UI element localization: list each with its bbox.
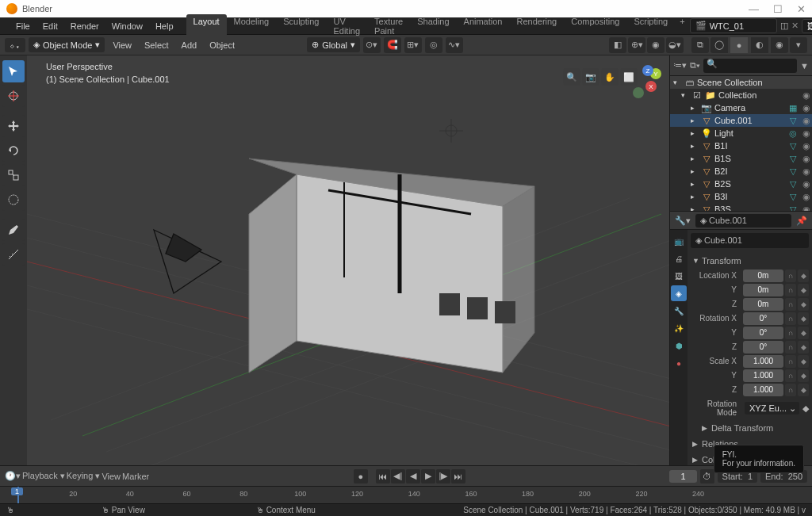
location-z[interactable]: 0m bbox=[743, 298, 783, 311]
show-overlays-toggle[interactable]: ◉ bbox=[647, 37, 665, 53]
tab-sculpting[interactable]: Sculpting bbox=[276, 14, 326, 38]
view-menu[interactable]: View bbox=[108, 38, 136, 52]
rotation-z[interactable]: 0° bbox=[743, 341, 783, 354]
close-button[interactable]: ✕ bbox=[797, 3, 806, 15]
transform-tool[interactable] bbox=[2, 189, 25, 211]
outliner-item-camera[interactable]: ▸📷Camera▦◉ bbox=[670, 101, 812, 114]
gizmo-dropdown[interactable]: ⊕▾ bbox=[628, 37, 645, 53]
tab-uv-editing[interactable]: UV Editing bbox=[326, 14, 367, 38]
shading-rendered[interactable]: ◉ bbox=[771, 37, 788, 53]
outliner-item-cube001[interactable]: ▸▽Cube.001▽◉ bbox=[670, 114, 812, 127]
tab-layout[interactable]: Layout bbox=[186, 14, 227, 38]
timeline-view-menu[interactable]: View bbox=[102, 472, 121, 481]
timeline-track[interactable]: 1 20 40 60 80 100 120 140 160 180 200 22… bbox=[0, 486, 812, 503]
scale-y[interactable]: 1.000 bbox=[743, 369, 783, 382]
outliner-filter-icon[interactable]: ▼ bbox=[800, 61, 809, 71]
tab-animation[interactable]: Animation bbox=[457, 14, 510, 38]
ptab-output[interactable]: 🖨 bbox=[671, 250, 687, 266]
scene-browse-icon[interactable]: ◫ bbox=[780, 21, 788, 31]
outliner-item-b3i[interactable]: ▸▽B3I▽◉ bbox=[670, 190, 812, 203]
workspace-add-button[interactable]: + bbox=[675, 14, 689, 38]
scale-z[interactable]: 1.000 bbox=[743, 384, 783, 396]
keying-menu[interactable]: Keying ▾ bbox=[67, 471, 101, 481]
menu-edit[interactable]: Edit bbox=[36, 19, 64, 33]
tab-rendering[interactable]: Rendering bbox=[509, 14, 564, 38]
object-name-field[interactable]: ◈ Cube.001 bbox=[691, 233, 809, 248]
jump-start-button[interactable]: ⏮ bbox=[376, 469, 390, 484]
outliner-display-mode[interactable]: ⧉▾ bbox=[690, 60, 700, 71]
maximize-button[interactable]: ☐ bbox=[773, 3, 783, 15]
lock-loc-x[interactable]: ∩ bbox=[785, 269, 796, 282]
shading-wireframe[interactable]: ◯ bbox=[710, 37, 728, 53]
snap-dropdown[interactable]: ⊞▾ bbox=[404, 37, 422, 53]
anim-loc-x[interactable]: ◆ bbox=[798, 269, 809, 282]
keyframe-next-button[interactable]: |▶ bbox=[436, 469, 450, 484]
outliner-item-b1i[interactable]: ▸▽B1I▽◉ bbox=[670, 140, 812, 152]
measure-tool[interactable] bbox=[2, 243, 25, 266]
outliner-editor-icon[interactable]: ≔▾ bbox=[673, 60, 687, 71]
rotation-x[interactable]: 0° bbox=[743, 312, 783, 325]
minimize-button[interactable]: — bbox=[749, 3, 759, 15]
properties-panel[interactable]: ◈ Cube.001 Transform Location X0m∩◆ Y0m∩… bbox=[688, 230, 812, 465]
move-tool[interactable] bbox=[2, 115, 25, 137]
location-y[interactable]: 0m bbox=[743, 284, 783, 296]
auto-keying-toggle[interactable]: ● bbox=[354, 469, 368, 484]
ptab-physics[interactable]: ⬢ bbox=[671, 338, 687, 354]
timeline-editor-icon[interactable]: 🕐▾ bbox=[5, 471, 21, 481]
outliner-scene-collection[interactable]: ▾🗃Scene Collection bbox=[670, 76, 812, 89]
properties-crumb[interactable]: ◈ Cube.001 bbox=[695, 214, 791, 227]
tab-shading[interactable]: Shading bbox=[410, 14, 456, 38]
outliner-item-b3s[interactable]: ▸▽B3S▽◉ bbox=[670, 203, 812, 211]
ptab-render[interactable]: 📺 bbox=[671, 233, 687, 249]
object-menu[interactable]: Object bbox=[205, 38, 239, 52]
outliner-item-b1s[interactable]: ▸▽B1S▽◉ bbox=[670, 152, 812, 165]
scene-close-icon[interactable]: ✕ bbox=[791, 21, 799, 31]
rotate-tool[interactable] bbox=[2, 140, 25, 162]
annotate-tool[interactable] bbox=[2, 219, 25, 241]
properties-editor-icon[interactable]: 🔧▾ bbox=[675, 216, 691, 226]
3d-viewport[interactable]: User Perspective (1) Scene Collection | … bbox=[27, 55, 669, 465]
menu-help[interactable]: Help bbox=[149, 19, 180, 33]
camera-nav-icon[interactable]: 📷 bbox=[582, 68, 599, 86]
tab-scripting[interactable]: Scripting bbox=[626, 14, 675, 38]
marker-menu[interactable]: Marker bbox=[122, 472, 149, 481]
outliner-tree[interactable]: ▾🗃Scene Collection ▾☑📁Collection◉ ▸📷Came… bbox=[670, 76, 812, 211]
scale-tool[interactable] bbox=[2, 164, 25, 186]
outliner-item-light[interactable]: ▸💡Light◎◉ bbox=[670, 127, 812, 140]
transform-panel-header[interactable]: Transform bbox=[691, 253, 809, 269]
rotation-mode-dropdown[interactable]: XYZ Eu... bbox=[745, 402, 799, 415]
editor-type-dropdown[interactable]: ⬦▾ bbox=[5, 38, 25, 52]
view-layer-field[interactable]: 🖼 View Layer bbox=[802, 19, 812, 33]
cursor-tool[interactable] bbox=[2, 85, 25, 107]
menu-file[interactable]: File bbox=[10, 19, 36, 33]
outliner-item-b2i[interactable]: ▸▽B2I▽◉ bbox=[670, 165, 812, 178]
jump-end-button[interactable]: ⏭ bbox=[451, 469, 465, 484]
ptab-object[interactable]: ◈ bbox=[671, 285, 687, 301]
hand-nav-icon[interactable]: ✋ bbox=[601, 68, 619, 86]
ptab-modifiers[interactable]: 🔧 bbox=[671, 303, 687, 319]
select-tool[interactable] bbox=[2, 60, 25, 82]
preview-range-toggle[interactable]: ⏱ bbox=[700, 469, 714, 484]
current-frame-field[interactable]: 1 bbox=[669, 470, 696, 483]
proportional-toggle[interactable]: ◎ bbox=[425, 37, 442, 53]
keyframe-prev-button[interactable]: ◀| bbox=[391, 469, 405, 484]
pivot-dropdown[interactable]: ⊙▾ bbox=[363, 37, 381, 53]
xray-toggle[interactable]: ⧉ bbox=[691, 37, 709, 53]
add-menu[interactable]: Add bbox=[177, 38, 202, 52]
playhead[interactable]: 1 bbox=[17, 487, 19, 503]
select-menu[interactable]: Select bbox=[140, 38, 174, 52]
delta-transform-header[interactable]: Delta Transform bbox=[691, 420, 809, 436]
menu-window[interactable]: Window bbox=[105, 19, 149, 33]
play-button[interactable]: ▶ bbox=[421, 469, 435, 484]
shading-preview[interactable]: ◐ bbox=[751, 37, 768, 53]
shading-solid[interactable]: ● bbox=[730, 37, 748, 53]
outliner-collection[interactable]: ▾☑📁Collection◉ bbox=[670, 89, 812, 101]
rotation-y[interactable]: 0° bbox=[743, 327, 783, 339]
ptab-material[interactable]: ● bbox=[671, 355, 687, 371]
scale-x[interactable]: 1.000 bbox=[743, 355, 783, 368]
show-gizmo-toggle[interactable]: ◧ bbox=[609, 37, 626, 53]
orientation-dropdown[interactable]: ⊕ Global ▾ bbox=[307, 37, 360, 52]
overlays-dropdown[interactable]: ◒▾ bbox=[666, 37, 684, 53]
snap-toggle[interactable]: 🧲 bbox=[384, 37, 401, 53]
proportional-dropdown[interactable]: ∿▾ bbox=[446, 37, 463, 53]
